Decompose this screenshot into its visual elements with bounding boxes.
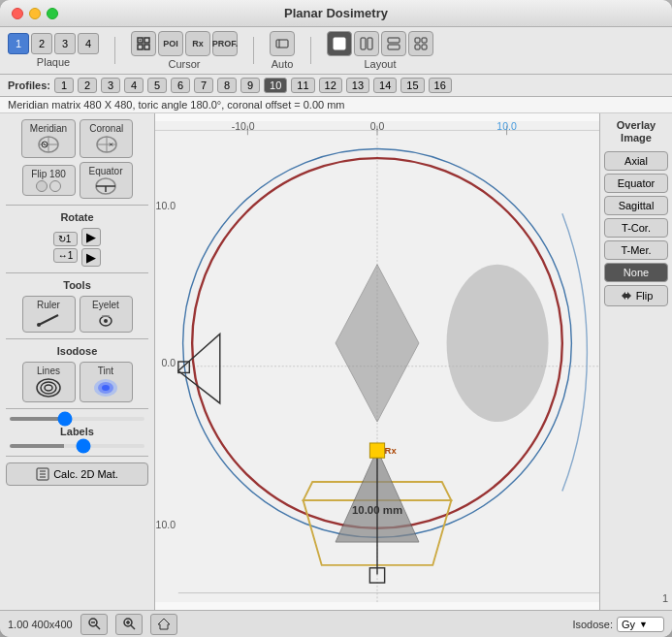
coronal-btn[interactable]: Coronal [80,119,133,158]
zoom-value: 1.00 [8,619,28,630]
rotate-right2-btn[interactable]: ▶ [81,248,101,267]
labels-slider2-container [6,442,148,450]
rx-icon-btn[interactable]: Rx [185,31,210,56]
prof-icon-btn[interactable]: PROF. [212,31,238,56]
profile-btn-11[interactable]: 11 [291,78,314,93]
maximize-button[interactable] [47,8,58,19]
window-title: Planar Dosimetry [284,6,388,20]
rotate-speed-icon[interactable]: ↻1 [53,232,79,246]
status-bar: Meridian matrix 480 X 480, toric angle 1… [0,97,672,113]
isodose-unit-select[interactable]: Gy ▼ [617,617,664,632]
minimize-button[interactable] [29,8,41,19]
labels-slider2[interactable] [10,444,144,448]
overlay-tcor-btn[interactable]: T-Cor. [604,218,668,238]
tools-title: Tools [6,279,148,291]
labels-section: Labels [6,415,148,450]
grid-icon-btn[interactable] [131,31,156,56]
flip180-btn[interactable]: Flip 180 [22,165,76,196]
svg-point-59 [447,265,549,422]
divider-1 [114,37,115,64]
coronal-icon [93,135,120,154]
overlay-title: Overlay Image [604,119,668,144]
profile-btn-1[interactable]: 1 [54,78,74,93]
svg-rect-12 [415,38,420,43]
profile-btn-12[interactable]: 12 [319,78,342,93]
home-btn[interactable] [150,614,177,635]
meridian-coronal-section: Meridian Coronal [6,119,148,158]
zoom-out-btn[interactable] [80,614,108,635]
profile-btn-3[interactable]: 3 [101,78,120,93]
flip180-icon [36,180,61,192]
svg-point-32 [104,319,108,323]
profile-btn-8[interactable]: 8 [217,78,237,93]
traffic-lights [12,8,58,19]
close-button[interactable] [12,8,23,19]
meridian-icon [35,135,62,154]
isodose-select-group: Isodose: Gy ▼ [572,617,664,632]
meridian-btn[interactable]: Meridian [21,119,76,158]
profile-btn-9[interactable]: 9 [240,78,260,93]
profile-btn-14[interactable]: 14 [373,78,397,93]
svg-rect-5 [276,40,288,48]
profile-btn-10[interactable]: 10 [264,78,287,93]
home-icon [157,617,171,630]
plaque-section: 1 2 3 4 Plaque [8,33,99,68]
labels-slider[interactable] [10,417,144,421]
overlay-tmer-btn[interactable]: T-Mer. [604,240,668,260]
poi-icon-btn[interactable]: POI [158,31,183,56]
svg-point-4 [140,40,142,42]
eyelet-btn[interactable]: Eyelet [80,296,133,333]
rotate-step-icon[interactable]: ↔1 [53,248,79,263]
equator-icon [95,177,116,195]
overlay-equator-btn[interactable]: Equator [604,174,668,193]
profile-btn-5[interactable]: 5 [147,78,167,93]
overlay-flip-btn[interactable]: Flip [604,285,668,306]
overlay-sagittal-btn[interactable]: Sagittal [604,196,668,215]
ruler-btn[interactable]: Ruler [22,296,76,333]
zoom-in-btn[interactable] [115,614,143,635]
profiles-label: Profiles: [8,80,50,91]
layout-two-row-btn[interactable] [381,31,406,56]
svg-rect-13 [422,38,427,43]
profile-btn-4[interactable]: 4 [124,78,144,93]
resolution-value: 400x400 [31,619,72,630]
right-panel: Overlay Image Axial Equator Sagittal T-C… [599,113,672,610]
auto-btn-row [270,31,295,56]
svg-point-39 [102,385,110,391]
rotate-row: ↻1 ↔1 ▶ ▶ [6,228,148,267]
status-text: Meridian matrix 480 X 480, toric angle 1… [8,99,345,111]
canvas-area: -10.0 0.0 10.0 10.0 0.0 -10.0 [155,113,599,610]
main-toolbar: 1 2 3 4 Plaque POI [0,27,672,75]
flip-label: Flip [636,290,654,302]
calc-2d-btn[interactable]: Calc. 2D Mat. [6,462,148,486]
zoom-out-icon [87,617,101,630]
profile-btn-2[interactable]: 2 [78,78,97,93]
tint-btn[interactable]: Tint [80,362,133,402]
isodose-title: Isodose [6,345,148,357]
rotate-right-btn[interactable]: ▶ [81,228,101,246]
plaque-num-3[interactable]: 3 [54,33,76,54]
profile-btn-7[interactable]: 7 [194,78,213,93]
rotate-section: Rotate ↻1 ↔1 ▶ ▶ [6,211,148,267]
svg-text:10.0: 10.0 [496,121,517,132]
layout-four-btn[interactable] [408,31,433,56]
auto-icon-btn[interactable] [270,31,295,56]
bottom-bar: 1.00 400x400 Isodose: [0,610,672,637]
plaque-num-4[interactable]: 4 [78,33,99,54]
plaque-num-1[interactable]: 1 [8,33,29,54]
rotate-controls: ↻1 ↔1 ▶ ▶ [53,228,102,267]
title-bar: Planar Dosimetry [0,0,672,27]
layout-single-btn[interactable] [327,31,352,56]
coronal-label: Coronal [89,123,123,134]
lines-btn[interactable]: Lines [22,362,76,402]
equator-btn[interactable]: Equator [80,162,133,199]
profile-btn-13[interactable]: 13 [346,78,369,93]
plaque-num-2[interactable]: 2 [31,33,52,54]
isodose-unit: Gy [622,619,635,630]
layout-two-col-btn[interactable] [354,31,379,56]
overlay-none-btn[interactable]: None [604,263,668,282]
profile-btn-15[interactable]: 15 [400,78,424,93]
profile-btn-16[interactable]: 16 [429,78,452,93]
overlay-axial-btn[interactable]: Axial [604,151,668,171]
profile-btn-6[interactable]: 6 [171,78,190,93]
